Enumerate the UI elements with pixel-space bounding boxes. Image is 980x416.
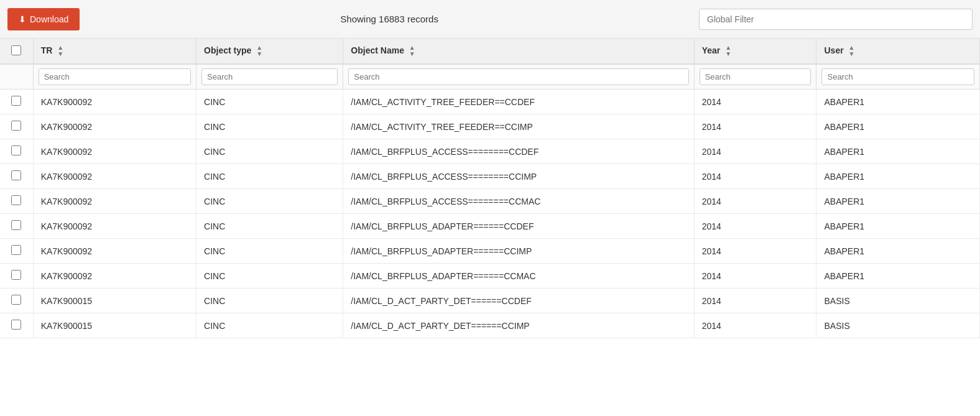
sort-down-icon: ▼: [725, 51, 731, 57]
row-checkbox[interactable]: [11, 195, 21, 205]
row-user: BASIS: [816, 313, 980, 338]
row-user: BASIS: [816, 289, 980, 313]
row-year: 2014: [694, 189, 816, 214]
row-tr: KA7K900092: [33, 264, 196, 289]
col-tr-sort[interactable]: ▲ ▼: [57, 45, 63, 57]
row-check-cell[interactable]: [0, 139, 33, 164]
row-check-cell[interactable]: [0, 313, 33, 338]
row-object-type: CINC: [196, 139, 343, 164]
row-checkbox[interactable]: [11, 121, 21, 131]
row-check-cell[interactable]: [0, 289, 33, 313]
row-year: 2014: [694, 214, 816, 239]
col-header-user[interactable]: User ▲ ▼: [816, 39, 980, 64]
sort-down-icon: ▼: [256, 51, 262, 57]
row-user: ABAPER1: [816, 164, 980, 189]
row-year: 2014: [694, 264, 816, 289]
row-tr: KA7K900092: [33, 164, 196, 189]
row-object-type: CINC: [196, 214, 343, 239]
table-row: KA7K900015 CINC /IAM/CL_D_ACT_PARTY_DET=…: [0, 313, 980, 338]
row-object-type: CINC: [196, 289, 343, 313]
row-checkbox[interactable]: [11, 245, 21, 255]
col-header-object-name[interactable]: Object Name ▲ ▼: [343, 39, 694, 64]
select-all-header[interactable]: [0, 39, 33, 64]
row-tr: KA7K900015: [33, 313, 196, 338]
col-tr-label: TR: [41, 45, 53, 55]
row-check-cell[interactable]: [0, 239, 33, 264]
row-object-name: /IAM/CL_D_ACT_PARTY_DET======CCIMP: [343, 313, 694, 338]
download-button[interactable]: ⬇ Download: [7, 8, 80, 30]
download-icon: ⬇: [19, 14, 26, 24]
table-row: KA7K900015 CINC /IAM/CL_D_ACT_PARTY_DET=…: [0, 289, 980, 313]
row-checkbox[interactable]: [11, 295, 21, 305]
row-object-type: CINC: [196, 90, 343, 114]
search-user-cell: [816, 64, 980, 90]
row-checkbox[interactable]: [11, 96, 21, 106]
row-user: ABAPER1: [816, 239, 980, 264]
search-row: [0, 64, 980, 90]
col-header-year[interactable]: Year ▲ ▼: [694, 39, 816, 64]
sort-down-icon: ▼: [57, 51, 63, 57]
row-object-name: /IAM/CL_BRFPLUS_ADAPTER======CCMAC: [343, 264, 694, 289]
select-all-checkbox[interactable]: [11, 45, 21, 55]
row-user: ABAPER1: [816, 90, 980, 114]
table-row: KA7K900092 CINC /IAM/CL_BRFPLUS_ACCESS==…: [0, 189, 980, 214]
sort-down-icon: ▼: [409, 51, 415, 57]
download-label: Download: [30, 14, 68, 24]
table-row: KA7K900092 CINC /IAM/CL_BRFPLUS_ADAPTER=…: [0, 264, 980, 289]
row-tr: KA7K900092: [33, 214, 196, 239]
row-tr: KA7K900092: [33, 90, 196, 114]
row-checkbox[interactable]: [11, 220, 21, 230]
table-row: KA7K900092 CINC /IAM/CL_ACTIVITY_TREE_FE…: [0, 114, 980, 139]
search-check-empty: [0, 64, 33, 90]
row-checkbox[interactable]: [11, 320, 21, 330]
record-count: Showing 16883 records: [80, 14, 699, 24]
row-object-type: CINC: [196, 264, 343, 289]
row-check-cell[interactable]: [0, 90, 33, 114]
col-header-object-type[interactable]: Object type ▲ ▼: [196, 39, 343, 64]
row-user: ABAPER1: [816, 264, 980, 289]
search-user-input[interactable]: [821, 68, 974, 85]
row-object-type: CINC: [196, 164, 343, 189]
row-check-cell[interactable]: [0, 189, 33, 214]
search-tr-input[interactable]: [39, 68, 191, 85]
search-objtype-cell: [196, 64, 343, 90]
row-user: ABAPER1: [816, 139, 980, 164]
row-object-name: /IAM/CL_BRFPLUS_ADAPTER======CCDEF: [343, 214, 694, 239]
col-header-tr[interactable]: TR ▲ ▼: [33, 39, 196, 64]
header-bar: ⬇ Download Showing 16883 records: [0, 0, 980, 39]
row-object-type: CINC: [196, 114, 343, 139]
table-row: KA7K900092 CINC /IAM/CL_BRFPLUS_ADAPTER=…: [0, 214, 980, 239]
row-year: 2014: [694, 289, 816, 313]
row-check-cell[interactable]: [0, 264, 33, 289]
table-row: KA7K900092 CINC /IAM/CL_BRFPLUS_ADAPTER=…: [0, 239, 980, 264]
search-objtype-input[interactable]: [201, 68, 338, 85]
search-year-input[interactable]: [700, 68, 811, 85]
row-year: 2014: [694, 139, 816, 164]
row-tr: KA7K900092: [33, 239, 196, 264]
table-body: KA7K900092 CINC /IAM/CL_ACTIVITY_TREE_FE…: [0, 90, 980, 338]
row-checkbox[interactable]: [11, 170, 21, 180]
search-objname-input[interactable]: [348, 68, 688, 85]
row-check-cell[interactable]: [0, 214, 33, 239]
row-user: ABAPER1: [816, 214, 980, 239]
col-year-sort[interactable]: ▲ ▼: [725, 45, 731, 57]
row-check-cell[interactable]: [0, 164, 33, 189]
table-row: KA7K900092 CINC /IAM/CL_BRFPLUS_ACCESS==…: [0, 164, 980, 189]
row-checkbox[interactable]: [11, 146, 21, 155]
col-objtype-sort[interactable]: ▲ ▼: [256, 45, 262, 57]
col-objname-sort[interactable]: ▲ ▼: [409, 45, 415, 57]
row-checkbox[interactable]: [11, 270, 21, 280]
table-wrapper: TR ▲ ▼ Object type ▲ ▼ Object Name: [0, 39, 980, 338]
global-filter-input[interactable]: [699, 9, 973, 30]
row-year: 2014: [694, 164, 816, 189]
row-tr: KA7K900092: [33, 139, 196, 164]
col-user-sort[interactable]: ▲ ▼: [849, 45, 855, 57]
column-headers: TR ▲ ▼ Object type ▲ ▼ Object Name: [0, 39, 980, 64]
row-user: ABAPER1: [816, 189, 980, 214]
col-objname-label: Object Name: [351, 45, 404, 55]
row-object-name: /IAM/CL_ACTIVITY_TREE_FEEDER==CCIMP: [343, 114, 694, 139]
row-check-cell[interactable]: [0, 114, 33, 139]
search-objname-cell: [343, 64, 694, 90]
row-object-type: CINC: [196, 189, 343, 214]
row-object-name: /IAM/CL_BRFPLUS_ADAPTER======CCIMP: [343, 239, 694, 264]
